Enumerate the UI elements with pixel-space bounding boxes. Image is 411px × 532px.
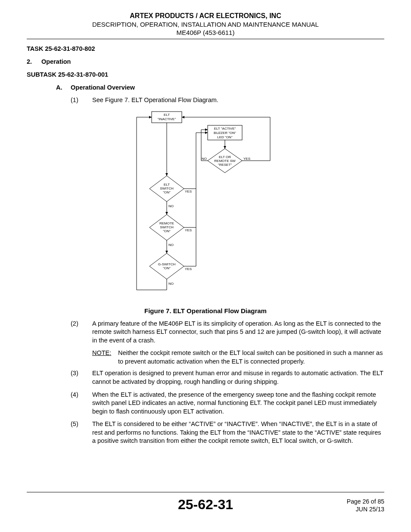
- header-model: ME406P (453-6611): [27, 29, 384, 36]
- subsection-letter: A.: [56, 84, 71, 91]
- svg-text:LED "ON": LED "ON": [217, 135, 233, 139]
- paragraph-4: (4) When the ELT is activated, the prese…: [71, 391, 384, 416]
- svg-text:YES: YES: [185, 228, 192, 232]
- para-text: A primary feature of the ME406P ELT is i…: [92, 320, 384, 345]
- svg-text:"ON": "ON": [163, 190, 171, 194]
- para-text: When the ELT is activated, the presence …: [92, 391, 384, 416]
- subsection-title: Operational Overview: [71, 84, 135, 91]
- svg-text:SWITCH: SWITCH: [160, 187, 174, 190]
- section-title: Operation: [41, 58, 71, 65]
- note-text: Neither the cockpit remote switch or the…: [118, 349, 384, 366]
- svg-text:BUZZER "ON": BUZZER "ON": [214, 131, 236, 135]
- svg-text:NO: NO: [168, 243, 174, 247]
- figure-caption: Figure 7. ELT Operational Flow Diagram: [27, 307, 384, 314]
- svg-text:YES: YES: [185, 190, 192, 193]
- footer-rule: [27, 492, 384, 492]
- svg-text:REMOTE: REMOTE: [159, 221, 174, 225]
- note-label: NOTE:: [92, 349, 118, 366]
- svg-text:ELT: ELT: [164, 183, 170, 187]
- paragraph-5: (5) The ELT is considered to be either “…: [71, 420, 384, 445]
- paragraph-3: (3) ELT operation is designed to prevent…: [71, 369, 384, 386]
- svg-text:ELT: ELT: [164, 113, 170, 117]
- svg-text:YES: YES: [243, 157, 250, 161]
- para-text: See Figure 7. ELT Operational Flow Diagr…: [92, 96, 384, 105]
- svg-text:REMOTE SW: REMOTE SW: [214, 159, 236, 163]
- subsection-heading: A. Operational Overview: [56, 84, 384, 91]
- para-text: ELT operation is designed to prevent hum…: [92, 369, 384, 386]
- header-rule: [27, 39, 384, 39]
- svg-text:ELT OR: ELT OR: [219, 155, 231, 159]
- task-heading: TASK 25-62-31-870-802: [27, 45, 384, 52]
- svg-text:ELT "ACTIVE": ELT "ACTIVE": [214, 127, 236, 131]
- para-num: (5): [71, 420, 92, 445]
- svg-text:YES: YES: [185, 267, 192, 271]
- document-header: ARTEX PRODUCTS / ACR ELECTRONICS, INC DE…: [27, 12, 384, 36]
- svg-text:NO: NO: [168, 204, 174, 208]
- para-num: (4): [71, 391, 92, 416]
- svg-text:NO: NO: [168, 282, 174, 286]
- svg-text:"ON": "ON": [163, 266, 171, 270]
- svg-text:SWITCH: SWITCH: [160, 225, 174, 229]
- note-block: NOTE: Neither the cockpit remote switch …: [92, 349, 384, 366]
- paragraph-1: (1) See Figure 7. ELT Operational Flow D…: [71, 96, 384, 105]
- para-num: (1): [71, 96, 92, 105]
- svg-text:"ON": "ON": [163, 229, 171, 233]
- section-heading: 2. Operation: [27, 58, 384, 65]
- para-text: The ELT is considered to be either “ACTI…: [92, 420, 384, 445]
- svg-text:"RESET": "RESET": [218, 163, 232, 167]
- footer-chapter: 25-62-31: [178, 497, 233, 513]
- section-number: 2.: [27, 58, 41, 65]
- header-company: ARTEX PRODUCTS / ACR ELECTRONICS, INC: [27, 12, 384, 20]
- document-footer: 25-62-31 Page 26 of 85 JUN 25/13: [27, 492, 384, 517]
- svg-text:NO: NO: [202, 157, 207, 161]
- figure-7-flow-diagram: .bx{fill:#fff;stroke:#000;stroke-width:1…: [27, 109, 384, 300]
- subtask-heading: SUBTASK 25-62-31-870-001: [27, 71, 384, 78]
- flow-diagram-svg: .bx{fill:#fff;stroke:#000;stroke-width:1…: [128, 109, 283, 299]
- footer-page: Page 26 of 85: [347, 498, 384, 505]
- svg-text:G-SWITCH: G-SWITCH: [158, 262, 176, 266]
- svg-text:"INACTIVE": "INACTIVE": [158, 117, 176, 121]
- paragraph-2: (2) A primary feature of the ME406P ELT …: [71, 320, 384, 345]
- para-num: (3): [71, 369, 92, 386]
- header-description: DESCRIPTION, OPERATION, INSTALLATION AND…: [27, 21, 384, 28]
- footer-date: JUN 25/13: [347, 505, 384, 513]
- para-num: (2): [71, 320, 92, 345]
